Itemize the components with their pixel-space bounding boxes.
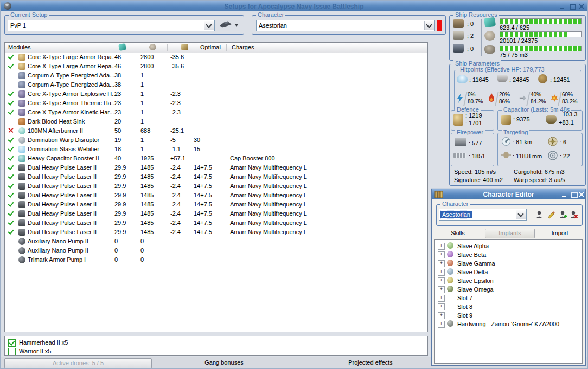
module-row[interactable]: Core X-Type Large Armor Repa...462800-35…: [5, 53, 427, 62]
module-name: Auxiliary Nano Pump II: [28, 238, 88, 244]
module-row[interactable]: Dual Heavy Pulse Laser II29.91485-2.414+…: [5, 182, 427, 191]
ce-minimize-button[interactable]: [561, 191, 568, 198]
module-row[interactable]: Dark Blood Heat Sink201: [5, 117, 427, 126]
character-select-arrow[interactable]: [424, 21, 434, 30]
expand-icon[interactable]: +: [438, 243, 445, 250]
col-modules[interactable]: Modules: [8, 44, 31, 50]
resist-effective: 83.2%: [562, 99, 577, 105]
implant-row[interactable]: +Hardwiring - Zainou 'Gnome' KZA2000: [435, 320, 582, 328]
implant-row[interactable]: +Slave Alpha: [435, 242, 582, 250]
ship-icon[interactable]: [219, 20, 232, 29]
module-row[interactable]: Domination Warp Disruptor191-530: [5, 135, 427, 145]
implant-row[interactable]: +Slave Epsilon: [435, 276, 582, 285]
implant-label: Slave Epsilon: [457, 277, 494, 284]
module-cpu: 38: [114, 81, 121, 88]
maximize-button[interactable]: [568, 3, 576, 10]
expand-icon[interactable]: +: [438, 286, 445, 293]
module-row[interactable]: 100MN Afterburner II50688-25.1: [5, 126, 427, 135]
implant-row[interactable]: +Slave Omega: [435, 285, 582, 294]
module-cap: +57.1: [170, 155, 186, 161]
implant-row[interactable]: +Slot 8: [435, 302, 582, 311]
module-row[interactable]: Core X-Type Armor Explosive H...231-2.3: [5, 89, 427, 99]
expand-icon[interactable]: +: [438, 251, 445, 258]
expand-icon[interactable]: +: [438, 295, 445, 302]
capacitor-icon[interactable]: [181, 44, 188, 50]
ab-module-icon: [18, 127, 25, 134]
minimize-button[interactable]: [559, 3, 566, 10]
implant-row[interactable]: +Slave Beta: [435, 250, 582, 259]
ce-maximize-button[interactable]: [570, 191, 577, 198]
armor-hp: : 24845: [509, 76, 529, 83]
implant-row[interactable]: +Slave Gamma: [435, 259, 582, 268]
setup-select[interactable]: PvP 1: [8, 20, 215, 31]
expand-icon[interactable]: +: [438, 269, 445, 276]
col-charges[interactable]: Charges: [232, 44, 254, 50]
module-pg: 1: [140, 109, 144, 115]
delete-character-button[interactable]: [569, 210, 578, 219]
module-pg: 1485: [140, 192, 154, 198]
module-row[interactable]: Dual Heavy Pulse Laser II29.91485-2.414+…: [5, 218, 427, 228]
drone-checkbox[interactable]: [8, 348, 16, 355]
setup-select-arrow[interactable]: [204, 21, 214, 30]
expand-icon[interactable]: +: [438, 260, 445, 267]
cpu-icon[interactable]: [118, 43, 126, 51]
implant-row[interactable]: +Slave Delta: [435, 268, 582, 276]
expand-icon[interactable]: +: [438, 321, 445, 328]
rename-character-button[interactable]: [547, 210, 555, 219]
ce-character-select-arrow[interactable]: [516, 210, 526, 219]
tab-skills[interactable]: Skills: [432, 230, 484, 236]
module-row[interactable]: Auxiliary Nano Pump II00: [5, 246, 427, 255]
implant-row[interactable]: +Slot 7: [435, 294, 582, 302]
module-name: Domination Warp Disruptor: [28, 137, 99, 143]
powergrid-icon[interactable]: [149, 44, 156, 50]
gang-bonuses-button[interactable]: Gang bonuses: [151, 359, 297, 367]
character-select[interactable]: Asestorian: [256, 20, 435, 31]
implant-head-icon: [447, 242, 453, 249]
module-pg: 1485: [140, 183, 154, 189]
module-name: Dual Heavy Pulse Laser II: [28, 173, 97, 180]
ce-character-select[interactable]: Asestorian: [439, 209, 527, 221]
module-row[interactable]: Trimark Armor Pump I00: [5, 255, 427, 264]
implant-label: Slave Omega: [457, 286, 494, 293]
module-pg: 1: [140, 146, 144, 152]
module-name: Dual Heavy Pulse Laser II: [28, 183, 97, 189]
module-row[interactable]: Heavy Capacitor Booster II401925+57.1Cap…: [5, 154, 427, 163]
implant-label: Slot 7: [457, 295, 472, 301]
projected-effects-button[interactable]: Projected effects: [297, 359, 444, 367]
expand-icon[interactable]: +: [438, 303, 445, 310]
module-row[interactable]: Corpum A-Type Energized Ada...381: [5, 71, 427, 80]
module-row[interactable]: Core X-Type Large Armor Repa...462800-35…: [5, 62, 427, 71]
module-row[interactable]: Dual Heavy Pulse Laser II29.91485-2.414+…: [5, 228, 427, 237]
module-row[interactable]: Auxiliary Nano Pump II00: [5, 237, 427, 246]
view-character-button[interactable]: [535, 210, 544, 219]
add-character-button[interactable]: [558, 210, 567, 219]
module-row[interactable]: Core X-Type Armor Thermic Ha...231-2.3: [5, 99, 427, 108]
module-row[interactable]: Domination Stasis Webifier181-1.115: [5, 145, 427, 154]
module-cap: -2.3: [170, 109, 181, 115]
module-row[interactable]: Dual Heavy Pulse Laser II29.91485-2.414+…: [5, 191, 427, 200]
module-cpu: 0: [114, 238, 118, 244]
module-row[interactable]: Dual Heavy Pulse Laser II29.91485-2.414+…: [5, 200, 427, 209]
module-optimal: 14+7.5: [194, 219, 212, 226]
module-row[interactable]: Core X-Type Armor Kinetic Har...231-2.3: [5, 108, 427, 117]
capacitor-recharge: +83.1: [559, 119, 574, 126]
character-status-bar: [437, 20, 442, 31]
drone-checkbox[interactable]: [8, 339, 16, 347]
module-name: Corpum A-Type Energized Ada...: [28, 81, 114, 88]
module-row[interactable]: Dual Heavy Pulse Laser II29.91485-2.414+…: [5, 163, 427, 172]
module-row[interactable]: Dual Heavy Pulse Laser II29.91485-2.414+…: [5, 209, 427, 218]
module-row[interactable]: Dual Heavy Pulse Laser II29.91485-2.414+…: [5, 172, 427, 182]
drone-row[interactable]: Hammerhead II x5: [5, 338, 427, 347]
module-row[interactable]: Corpum A-Type Energized Ada...381: [5, 80, 427, 89]
col-optimal[interactable]: Optimal: [200, 44, 221, 50]
tab-import[interactable]: Import: [538, 230, 581, 236]
ship-menu-arrow-icon[interactable]: [234, 24, 239, 29]
module-charge: Amarr Navy Multifrequency L: [230, 183, 307, 189]
drone-row[interactable]: Warrior II x5: [5, 347, 427, 355]
tab-implants[interactable]: Implants: [485, 229, 535, 238]
expand-icon[interactable]: +: [438, 277, 445, 284]
implant-row[interactable]: +Slot 9: [435, 311, 582, 320]
capacitor-drain: - 103.3: [559, 111, 577, 118]
expand-icon[interactable]: +: [438, 312, 445, 319]
active-drones-button[interactable]: Active drones: 5 / 5: [4, 358, 152, 368]
